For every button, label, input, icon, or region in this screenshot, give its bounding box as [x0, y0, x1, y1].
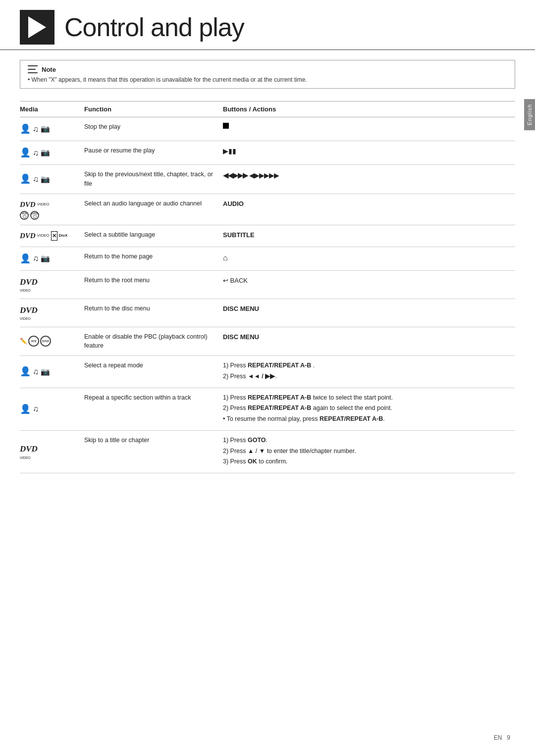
media-cell: ✏️ VCD SVCD: [20, 327, 84, 356]
play-icon-box: [20, 10, 54, 45]
dvd-video-sub: VIDEO: [20, 316, 79, 322]
home-icon: ⌂: [223, 253, 228, 262]
media-cell: DVD VIDEO: [20, 270, 84, 299]
play-pause-icon: ▶▮▮: [223, 147, 236, 155]
media-cell: DVD VIDEO: [20, 430, 84, 473]
vcd-icon: VCD: [28, 336, 39, 347]
table-row: 👤 ♫ Repeat a specific section within a t…: [20, 388, 515, 430]
function-cell: Return to the home page: [84, 247, 223, 270]
action-list: 1) Press REPEAT/REPEAT A-B . 2) Press ◄◄…: [223, 361, 510, 381]
person-icon: 👤: [20, 172, 31, 186]
action-cell: ⌂: [223, 247, 515, 270]
action-cell: 1) Press GOTO. 2) Press ▲ / ▼ to enter t…: [223, 430, 515, 473]
media-icons: 👤 ♫ 📷: [20, 146, 79, 159]
dvd-logo: DVD: [20, 199, 36, 210]
function-cell: Skip to a title or chapter: [84, 430, 223, 473]
camera-icon: 📷: [41, 174, 50, 185]
camera-icon: 📷: [41, 123, 50, 135]
camera-icon: 📷: [41, 366, 50, 378]
side-tab-label: English: [527, 104, 533, 125]
table-row: DVD VIDEO ✕ DivX Select a subtitle langu…: [20, 225, 515, 247]
person-icon: 👤: [20, 365, 31, 378]
person-icon: 👤: [20, 146, 31, 159]
music-icon: ♫: [33, 173, 39, 185]
action-step: 1) Press REPEAT/REPEAT A-B .: [223, 361, 510, 370]
function-cell: Return to the root menu: [84, 270, 223, 299]
music-icon: ♫: [33, 252, 39, 264]
note-icon: [28, 65, 38, 73]
music-icon: ♫: [33, 123, 39, 135]
note-header: Note: [28, 65, 507, 73]
action-cell: 1) Press REPEAT/REPEAT A-B . 2) Press ◄◄…: [223, 356, 515, 388]
note-text: • When "X" appears, it means that this o…: [28, 76, 507, 83]
action-cell: SUBTITLE: [223, 225, 515, 247]
action-step: • To resume the normal play, press REPEA…: [223, 414, 510, 424]
footer-en: EN: [494, 734, 502, 741]
vcd-label: VIDEO: [37, 202, 50, 206]
function-cell: Select an audio language or audio channe…: [84, 194, 223, 225]
action-cell: 1) Press REPEAT/REPEAT A-B twice to sele…: [223, 388, 515, 430]
media-icons: 👤 ♫: [20, 403, 79, 416]
media-icons: DVD VIDEO: [20, 304, 79, 322]
function-cell: Repeat a specific section within a track: [84, 388, 223, 430]
function-cell: Enable or disable the PBC (playback cont…: [84, 327, 223, 356]
page-footer: EN 9: [494, 734, 510, 741]
function-cell: Pause or resume the play: [84, 141, 223, 165]
table-header-row: Media Function Buttons / Actions: [20, 101, 515, 117]
note-box: Note • When "X" appears, it means that t…: [20, 60, 515, 89]
control-table: Media Function Buttons / Actions 👤 ♫ 📷 S…: [20, 101, 515, 473]
page-title: Control and play: [64, 12, 244, 42]
table-row: DVD VIDEO Skip to a title or chapter 1) …: [20, 430, 515, 473]
dvd-logo: DVD: [20, 230, 36, 242]
table-row: DVD VIDEO Return to the disc menu DISC M…: [20, 299, 515, 327]
media-cell: 👤 ♫ 📷: [20, 356, 84, 388]
person-icon: 👤: [20, 122, 31, 136]
dvd-logo: DVD: [20, 443, 79, 455]
col-media: Media: [20, 101, 84, 117]
action-step: 2) Press ▲ / ▼ to enter the title/chapte…: [223, 447, 510, 456]
dvd-video-sub: VIDEO: [20, 455, 79, 461]
person-icon: 👤: [20, 403, 31, 416]
media-icons: 👤 ♫ 📷: [20, 122, 79, 136]
note-heading: Note: [42, 66, 56, 73]
action-cell: ↩ BACK: [223, 270, 515, 299]
divx-label: ✕: [51, 231, 57, 241]
media-icons: DVD VIDEO ✕ DivX: [20, 230, 79, 242]
action-step: 2) Press ◄◄ / ▶▶.: [223, 372, 510, 381]
disc-menu-label: DISC MENU: [223, 305, 259, 312]
action-step: 2) Press REPEAT/REPEAT A-B again to sele…: [223, 403, 510, 413]
col-buttons: Buttons / Actions: [223, 101, 515, 117]
music-icon: ♫: [33, 403, 39, 415]
action-step: 3) Press OK to confirm.: [223, 457, 510, 466]
pbc-icons: ✏️ VCD SVCD: [20, 336, 79, 347]
media-cell: 👤 ♫ 📷: [20, 165, 84, 194]
function-cell: Select a subtitle language: [84, 225, 223, 247]
function-cell: Skip to the previous/next title, chapter…: [84, 165, 223, 194]
media-cell: DVD VIDEO ✕ DivX: [20, 225, 84, 247]
svcd-disc-icon: SVCD: [30, 211, 39, 220]
subtitle-label: SUBTITLE: [223, 231, 255, 239]
audio-label: AUDIO: [223, 200, 244, 207]
dvd-logo: DVD: [20, 276, 79, 289]
table-row: 👤 ♫ 📷 Return to the home page ⌂: [20, 247, 515, 270]
action-step: 1) Press REPEAT/REPEAT A-B twice to sele…: [223, 393, 510, 403]
dvd-video-sub: VIDEO: [20, 288, 79, 294]
media-icons: 👤 ♫ 📷: [20, 252, 79, 265]
table-row: DVD VIDEO Return to the root menu ↩ BACK: [20, 270, 515, 299]
action-step: 1) Press GOTO.: [223, 436, 510, 445]
action-cell: DISC MENU: [223, 327, 515, 356]
action-cell: ▶▮▮: [223, 141, 515, 165]
divx-text: DivX: [59, 233, 68, 239]
music-icon: ♫: [33, 147, 39, 159]
function-cell: Select a repeat mode: [84, 356, 223, 388]
media-cell: 👤 ♫ 📷: [20, 117, 84, 141]
person-icon: 👤: [20, 252, 31, 265]
col-function: Function: [84, 101, 223, 117]
dvd-video-label: VIDEO: [37, 233, 50, 239]
table-row: DVD VIDEO VCD SVCD Select an audio langu…: [20, 194, 515, 225]
table-row: 👤 ♫ 📷 Select a repeat mode 1) Press REPE…: [20, 356, 515, 388]
function-cell: Return to the disc menu: [84, 299, 223, 327]
cd-pencil-icon: ✏️: [20, 337, 27, 346]
table-row: 👤 ♫ 📷 Skip to the previous/next title, c…: [20, 165, 515, 194]
media-cell: 👤 ♫ 📷: [20, 247, 84, 270]
